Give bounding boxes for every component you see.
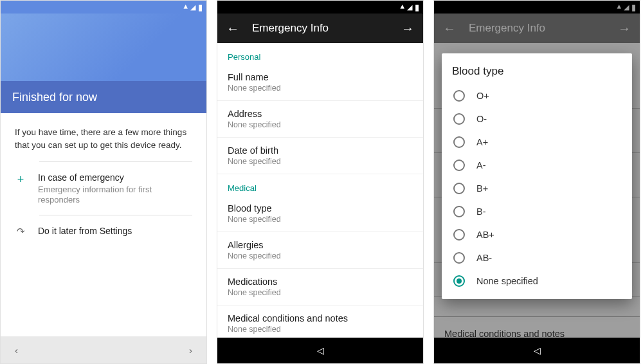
page-title-text: Finished for now — [12, 91, 97, 104]
dialog-title: Blood type — [452, 65, 622, 78]
item-title: Medical conditions and notes — [228, 313, 413, 323]
radio-icon — [453, 275, 465, 287]
back-button[interactable]: ‹ — [15, 345, 18, 356]
wifi-icon — [400, 3, 404, 12]
do-later-item[interactable]: ↷ Do it later from Settings — [39, 215, 192, 248]
plus-icon: + — [15, 171, 26, 188]
android-navbar: ◁ — [434, 338, 640, 363]
forward-button[interactable]: › — [189, 345, 192, 356]
settings-list: Personal Full name None specified Addres… — [217, 43, 423, 338]
bloodtype-dialog: Blood type O+O-A+A-B+B-AB+AB-None specif… — [442, 53, 632, 299]
radio-label: A- — [476, 160, 486, 170]
body: If you have time, there are a few more t… — [1, 113, 206, 255]
radio-label: A+ — [476, 137, 488, 147]
app-bar-title: Emergency Info — [252, 22, 329, 35]
radio-icon — [453, 136, 465, 148]
radio-option[interactable]: B- — [452, 200, 622, 223]
fullname-item[interactable]: Full name None specified — [217, 64, 423, 101]
radio-label: AB+ — [476, 230, 494, 240]
radio-label: B- — [476, 206, 486, 217]
radio-icon — [453, 229, 465, 241]
item-title: Blood type — [228, 203, 413, 214]
item-title: Do it later from Settings — [38, 224, 192, 238]
radio-icon — [453, 183, 465, 194]
battery-icon — [198, 3, 203, 12]
forward-arrow-icon[interactable]: → — [401, 21, 414, 36]
page-title: Finished for now — [1, 81, 206, 113]
item-title: Address — [228, 109, 413, 119]
item-subtitle: None specified — [228, 215, 413, 224]
item-subtitle: None specified — [228, 157, 413, 166]
item-title: Full name — [228, 72, 413, 82]
allergies-item[interactable]: Allergies None specified — [217, 232, 423, 269]
radio-icon — [453, 113, 465, 125]
wifi-icon — [183, 3, 188, 12]
emergency-setup-item[interactable]: + In case of emergency Emergency informa… — [39, 161, 192, 215]
conditions-item[interactable]: Medical conditions and notes None specif… — [217, 305, 423, 338]
radio-option[interactable]: O- — [452, 107, 622, 131]
radio-icon — [453, 252, 465, 264]
status-bar — [217, 1, 423, 14]
address-item[interactable]: Address None specified — [217, 101, 423, 138]
item-subtitle: None specified — [228, 251, 413, 260]
item-subtitle: None specified — [228, 120, 413, 129]
item-subtitle: None specified — [228, 84, 413, 93]
medications-item[interactable]: Medications None specified — [217, 269, 423, 305]
item-subtitle: None specified — [228, 325, 413, 334]
radio-group: O+O-A+A-B+B-AB+AB-None specified — [452, 84, 622, 293]
radio-option[interactable]: A+ — [452, 131, 622, 154]
item-title: In case of emergency — [38, 171, 192, 185]
item-subtitle: Emergency information for first responde… — [38, 185, 192, 206]
radio-label: O- — [476, 114, 487, 124]
intro-text: If you have time, there are a few more t… — [15, 126, 192, 152]
footer-nav: ‹ › — [1, 336, 206, 363]
radio-icon — [453, 159, 465, 171]
item-title: Allergies — [228, 240, 413, 250]
bloodtype-item[interactable]: Blood type None specified — [217, 196, 423, 232]
header-banner: Finished for now — [1, 14, 206, 113]
radio-option[interactable]: O+ — [452, 84, 622, 107]
radio-option[interactable]: None specified — [452, 269, 622, 293]
redo-icon: ↷ — [15, 224, 26, 239]
radio-icon — [453, 206, 465, 217]
signal-icon — [190, 3, 195, 12]
dob-item[interactable]: Date of birth None specified — [217, 138, 423, 174]
nav-back-icon[interactable]: ◁ — [534, 345, 541, 356]
screen-emergency-info: ← Emergency Info → Personal Full name No… — [217, 0, 424, 364]
status-bar — [1, 1, 206, 14]
android-navbar: ◁ — [217, 338, 423, 363]
radio-option[interactable]: AB- — [452, 246, 622, 269]
section-header-medical: Medical — [217, 174, 423, 196]
item-title: Medications — [228, 277, 413, 287]
radio-label: AB- — [476, 253, 492, 263]
radio-label: B+ — [476, 183, 488, 194]
radio-option[interactable]: A- — [452, 154, 622, 177]
item-subtitle: None specified — [228, 288, 413, 297]
app-bar: ← Emergency Info → — [217, 14, 423, 43]
nav-back-icon[interactable]: ◁ — [317, 345, 324, 356]
radio-label: None specified — [476, 276, 538, 286]
radio-option[interactable]: AB+ — [452, 223, 622, 246]
item-title: Date of birth — [228, 145, 413, 156]
radio-label: O+ — [476, 91, 489, 101]
signal-icon — [407, 3, 412, 12]
back-arrow-icon[interactable]: ← — [226, 21, 239, 36]
screen-finished: Finished for now If you have time, there… — [0, 0, 207, 364]
radio-option[interactable]: B+ — [452, 177, 622, 200]
battery-icon — [415, 3, 419, 12]
section-header-personal: Personal — [217, 43, 423, 64]
screen-bloodtype-dialog: ← Emergency Info → Personal F A A N D N … — [433, 0, 640, 364]
radio-icon — [453, 90, 465, 102]
